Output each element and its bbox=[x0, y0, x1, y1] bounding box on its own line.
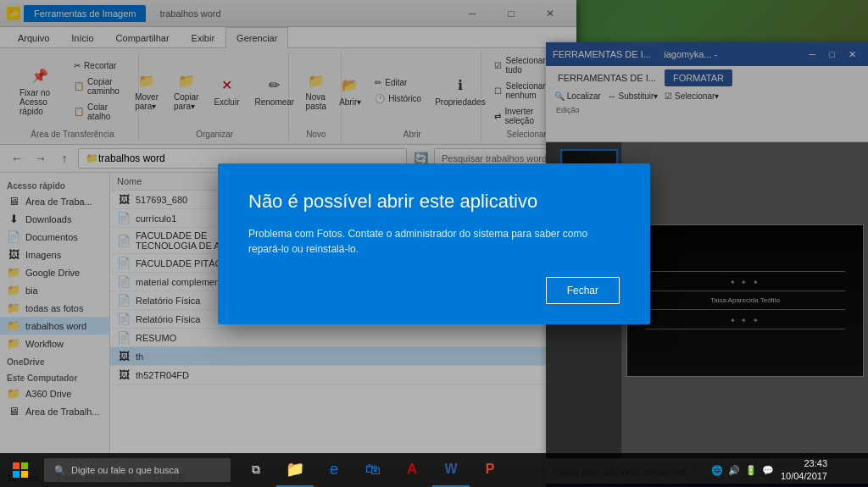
edge-icon: e bbox=[330, 461, 338, 479]
action-center-icon[interactable]: 💬 bbox=[762, 465, 774, 476]
taskbar-pinned-apps: ⧉ 📁 e 🛍 A W P bbox=[237, 453, 509, 487]
taskbar-search-icon: 🔍 bbox=[54, 465, 66, 476]
taskbar-right: 🌐 🔊 🔋 💬 23:43 10/04/2017 bbox=[704, 453, 868, 487]
svg-rect-3 bbox=[21, 471, 28, 478]
modal-title: Não é possível abrir este aplicativo bbox=[248, 191, 620, 213]
explorer-taskbar-icon: 📁 bbox=[286, 460, 304, 479]
start-button[interactable] bbox=[0, 453, 41, 487]
taskbar-search-text: Digite ou fale o que busca bbox=[71, 465, 179, 475]
modal-buttons: Fechar bbox=[248, 277, 620, 304]
acrobat-icon: A bbox=[407, 462, 417, 477]
taskbar-search-box[interactable]: 🔍 Digite ou fale o que busca bbox=[44, 458, 231, 482]
network-icon[interactable]: 🌐 bbox=[711, 465, 723, 476]
windows-logo-icon bbox=[13, 462, 28, 478]
clock-time: 23:43 bbox=[781, 457, 827, 470]
show-desktop-button[interactable] bbox=[834, 453, 861, 487]
taskbar-app-explorer[interactable]: 📁 bbox=[276, 453, 314, 487]
taskbar-app-ppt[interactable]: P bbox=[471, 453, 509, 487]
taskbar-app-acrobat[interactable]: A bbox=[393, 453, 431, 487]
svg-rect-0 bbox=[13, 462, 19, 469]
word-taskbar-icon: W bbox=[444, 462, 457, 477]
modal-message: Problema com Fotos. Contate o administra… bbox=[248, 226, 620, 257]
modal-overlay: Não é possível abrir este aplicativo Pro… bbox=[0, 0, 868, 487]
taskbar-app-taskview[interactable]: ⧉ bbox=[237, 453, 275, 487]
store-icon: 🛍 bbox=[365, 461, 381, 479]
svg-rect-1 bbox=[21, 462, 28, 469]
taskbar-app-edge[interactable]: e bbox=[315, 453, 353, 487]
taskbar: 🔍 Digite ou fale o que busca ⧉ 📁 e 🛍 A W… bbox=[0, 453, 868, 487]
modal-close-button[interactable]: Fechar bbox=[546, 277, 620, 304]
clock-date: 10/04/2017 bbox=[781, 470, 827, 483]
taskbar-app-word[interactable]: W bbox=[432, 453, 470, 487]
ppt-taskbar-icon: P bbox=[486, 462, 495, 477]
taskview-icon: ⧉ bbox=[252, 462, 260, 477]
sys-tray-icons: 🌐 🔊 🔋 💬 bbox=[711, 465, 774, 476]
taskbar-clock[interactable]: 23:43 10/04/2017 bbox=[781, 457, 827, 484]
svg-rect-2 bbox=[13, 471, 19, 478]
taskbar-app-store[interactable]: 🛍 bbox=[354, 453, 392, 487]
modal-dialog: Não é possível abrir este aplicativo Pro… bbox=[218, 163, 650, 324]
battery-icon[interactable]: 🔋 bbox=[745, 465, 757, 476]
volume-icon[interactable]: 🔊 bbox=[728, 465, 740, 476]
